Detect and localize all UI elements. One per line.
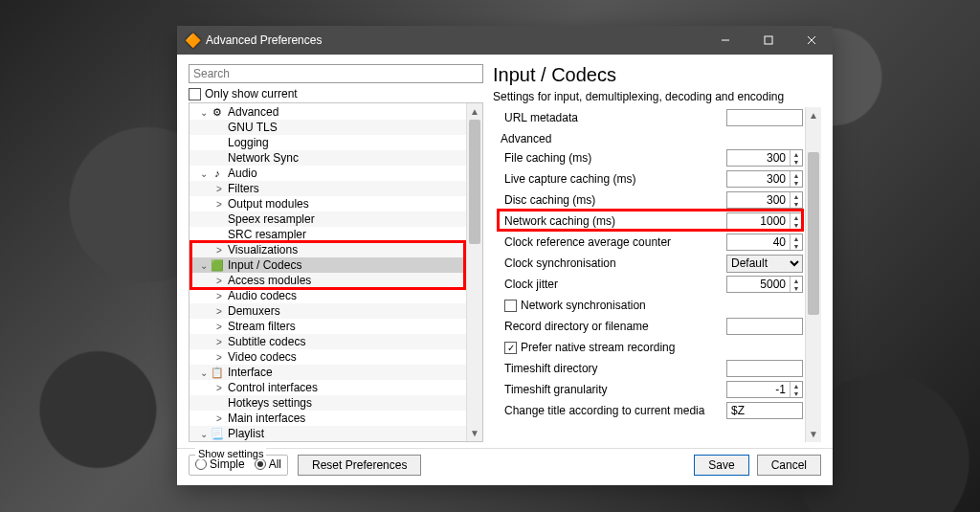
chevron-down-icon[interactable]: ⌄	[197, 260, 211, 271]
chevron-right-icon[interactable]: >	[212, 352, 226, 363]
tree-item[interactable]: GNU TLS	[189, 120, 466, 135]
tree-item[interactable]: ⌄🟩Input / Codecs	[189, 257, 466, 273]
tree-item[interactable]: >Main interfaces	[189, 411, 466, 426]
spinbox-buttons[interactable]: ▲▼	[790, 213, 802, 229]
tree-item[interactable]: >Access modules	[189, 273, 466, 288]
tree-item[interactable]: >Control interfaces	[189, 380, 466, 395]
tree-item[interactable]: ⌄♪Audio	[189, 166, 466, 181]
spin-up-icon[interactable]: ▲	[791, 150, 802, 158]
setting-row: Timeshift granularity-1▲▼	[493, 379, 805, 400]
plist-icon: 📃	[211, 427, 224, 440]
spinbox-buttons[interactable]: ▲▼	[790, 150, 802, 166]
scroll-down-icon[interactable]: ▼	[467, 425, 482, 441]
tree-item[interactable]: Network Sync	[189, 150, 466, 166]
setting-label: Network caching (ms)	[504, 214, 726, 228]
spin-up-icon[interactable]: ▲	[791, 192, 802, 200]
close-button[interactable]	[790, 26, 833, 55]
chevron-right-icon[interactable]: >	[212, 245, 226, 256]
spin-down-icon[interactable]: ▼	[791, 242, 802, 250]
spin-down-icon[interactable]: ▼	[791, 390, 802, 397]
setting-checkbox[interactable]: ✓Prefer native stream recording	[493, 337, 805, 358]
spinbox-buttons[interactable]: ▲▼	[790, 382, 802, 397]
spin-up-icon[interactable]: ▲	[791, 234, 802, 242]
setting-spinbox[interactable]: 300▲▼	[726, 149, 803, 167]
tree-item-label: Output modules	[226, 197, 309, 211]
setting-spinbox[interactable]: 300▲▼	[726, 170, 803, 188]
setting-text-input[interactable]	[726, 109, 803, 126]
tree-item[interactable]: Speex resampler	[189, 211, 466, 227]
all-radio[interactable]: All	[255, 457, 281, 471]
tree-item[interactable]: >Visualizations	[189, 242, 466, 257]
scroll-up-icon[interactable]: ▲	[806, 107, 821, 123]
spin-down-icon[interactable]: ▼	[791, 179, 802, 187]
chevron-right-icon[interactable]: >	[212, 322, 226, 332]
chevron-right-icon[interactable]: >	[212, 306, 226, 317]
chevron-right-icon[interactable]: >	[212, 276, 226, 286]
spin-down-icon[interactable]: ▼	[791, 284, 802, 292]
chevron-right-icon[interactable]: >	[212, 383, 226, 393]
tree-item[interactable]: >Audio codecs	[189, 288, 466, 303]
setting-label: Network synchronisation	[521, 299, 646, 312]
spin-up-icon[interactable]: ▲	[791, 171, 802, 179]
spinbox-buttons[interactable]: ▲▼	[790, 192, 802, 208]
search-input[interactable]	[189, 64, 483, 83]
tree-item[interactable]: >Output modules	[189, 196, 466, 211]
chevron-down-icon[interactable]: ⌄	[197, 168, 211, 179]
setting-checkbox[interactable]: Network synchronisation	[493, 295, 805, 316]
setting-text-input[interactable]	[726, 318, 803, 335]
chevron-down-icon[interactable]: ⌄	[197, 107, 211, 118]
settings-scroll-thumb[interactable]	[808, 152, 819, 315]
setting-label: Clock reference average counter	[504, 235, 726, 249]
tree-item[interactable]: >Demuxers	[189, 303, 466, 319]
tree-item[interactable]: Hotkeys settings	[189, 395, 466, 411]
tree-item[interactable]: >Video codecs	[189, 349, 466, 365]
tree-item[interactable]: >Filters	[189, 181, 466, 196]
chevron-right-icon[interactable]: >	[212, 199, 226, 210]
scroll-up-icon[interactable]: ▲	[467, 103, 482, 120]
chevron-right-icon[interactable]: >	[212, 291, 226, 301]
setting-select[interactable]: Default	[726, 255, 803, 273]
settings-scrollbar[interactable]: ▲ ▼	[805, 107, 821, 442]
setting-spinbox[interactable]: 40▲▼	[726, 234, 803, 251]
spinbox-buttons[interactable]: ▲▼	[790, 234, 802, 250]
spinbox-buttons[interactable]: ▲▼	[790, 277, 802, 292]
chevron-right-icon[interactable]: >	[212, 413, 226, 424]
setting-text-input[interactable]	[726, 360, 803, 377]
reset-preferences-button[interactable]: Reset Preferences	[298, 455, 421, 476]
tree-item[interactable]: ⌄⚙Advanced	[189, 104, 466, 120]
only-show-current-checkbox[interactable]: Only show current	[189, 87, 483, 100]
setting-spinbox[interactable]: 1000▲▼	[726, 212, 803, 230]
tree-scroll-thumb[interactable]	[469, 120, 480, 244]
tree-item-label: Control interfaces	[226, 381, 318, 394]
setting-spinbox[interactable]: -1▲▼	[726, 381, 803, 398]
tree-item[interactable]: ⌄📋Interface	[189, 365, 466, 380]
minimize-button[interactable]	[703, 26, 746, 55]
save-button[interactable]: Save	[694, 455, 748, 476]
setting-text-input[interactable]	[726, 402, 803, 419]
chevron-right-icon[interactable]: >	[212, 337, 226, 347]
tree-item[interactable]: ⌄📃Playlist	[189, 426, 466, 441]
setting-spinbox[interactable]: 300▲▼	[726, 191, 803, 209]
spin-up-icon[interactable]: ▲	[791, 382, 802, 390]
spin-up-icon[interactable]: ▲	[791, 277, 802, 284]
tree-item[interactable]: >Stream filters	[189, 319, 466, 334]
spinbox-buttons[interactable]: ▲▼	[790, 171, 802, 187]
spin-down-icon[interactable]: ▼	[791, 200, 802, 208]
chevron-down-icon[interactable]: ⌄	[197, 429, 211, 439]
setting-row: Network caching (ms)1000▲▼	[493, 211, 805, 232]
scroll-down-icon[interactable]: ▼	[806, 426, 821, 442]
spin-up-icon[interactable]: ▲	[791, 213, 802, 221]
chevron-down-icon[interactable]: ⌄	[197, 367, 211, 378]
tree-scrollbar[interactable]: ▲ ▼	[466, 103, 482, 441]
tree-item[interactable]: >Subtitle codecs	[189, 334, 466, 349]
tree-item[interactable]: Logging	[189, 135, 466, 150]
spin-down-icon[interactable]: ▼	[791, 221, 802, 229]
maximize-button[interactable]	[746, 26, 790, 55]
chevron-right-icon[interactable]: >	[212, 184, 226, 194]
spin-down-icon[interactable]: ▼	[791, 158, 802, 166]
setting-spinbox[interactable]: 5000▲▼	[726, 276, 803, 293]
simple-radio[interactable]: Simple	[195, 457, 245, 471]
tree-item[interactable]: SRC resampler	[189, 227, 466, 242]
cancel-button[interactable]: Cancel	[757, 455, 821, 476]
titlebar[interactable]: 🔶 Advanced Preferences	[177, 26, 833, 55]
